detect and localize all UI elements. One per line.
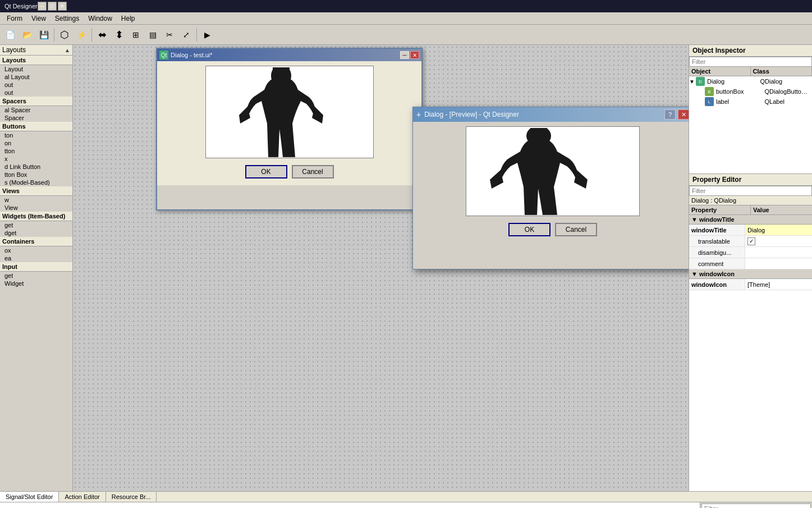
widget-vout[interactable]: out — [0, 89, 72, 97]
preview-image — [466, 126, 640, 216]
widget-w[interactable]: w — [0, 196, 72, 204]
widget-link-button[interactable]: d Link Button — [0, 163, 72, 171]
prop-name-windowicon: windowIcon — [689, 279, 745, 290]
toolbar: 📄 📂 💾 ⬡ ⚡ ⬌ ⬍ ⊞ ▤ ✂ ⤢ ▶ — [0, 25, 812, 45]
category-input[interactable]: Input — [0, 262, 72, 272]
widget-x[interactable]: x — [0, 155, 72, 163]
widget-dget[interactable]: dget — [0, 229, 72, 237]
prop-value-windowicon[interactable]: [Theme] — [745, 279, 812, 290]
label-tree-icon: L — [705, 97, 714, 106]
widget-layout[interactable]: Layout — [0, 65, 72, 73]
toolbar-adjust-size-btn[interactable]: ⤢ — [178, 27, 194, 43]
widget-al-layout[interactable]: al Layout — [0, 73, 72, 81]
property-filter[interactable] — [689, 186, 812, 196]
prop-value-windowtitle[interactable]: Dialog — [745, 225, 812, 235]
prop-value-comment[interactable] — [745, 258, 812, 269]
widget-model-based[interactable]: s (Model-Based) — [0, 179, 72, 186]
prop-name-translatable: translatable — [689, 236, 745, 246]
design-dialog-image — [205, 66, 374, 158]
prop-row-comment[interactable]: comment — [689, 258, 812, 269]
design-dialog-titlebar[interactable]: Qt Dialog - test.ui* ─ ✕ — [157, 49, 421, 61]
category-item-widgets[interactable]: Widgets (Item-Based) — [0, 212, 72, 221]
prop-col-value: Value — [751, 205, 812, 214]
category-containers[interactable]: Containers — [0, 237, 72, 246]
dialog-close-btn[interactable]: ✕ — [410, 51, 419, 59]
toolbar-break-layout-btn[interactable]: ✂ — [162, 27, 177, 43]
widget-spacer[interactable]: Spacer — [0, 114, 72, 122]
prop-row-windowtitle[interactable]: windowTitle Dialog — [689, 225, 812, 236]
menu-bar: Form View Settings Window Help — [0, 12, 812, 25]
menu-help[interactable]: Help — [117, 13, 140, 24]
minimize-button[interactable]: ─ — [38, 2, 47, 11]
tree-row-buttonbox[interactable]: B buttonBox QDialogButtonBox — [689, 86, 812, 97]
preview-cancel-btn[interactable]: Cancel — [555, 223, 597, 236]
app-title: Qt Designer — [4, 3, 38, 10]
toolbar-save-btn[interactable]: 💾 — [36, 27, 52, 43]
widget-ox[interactable]: ox — [0, 246, 72, 254]
category-buttons[interactable]: Buttons — [0, 122, 72, 131]
toolbar-layout-form-btn[interactable]: ▤ — [145, 27, 160, 43]
dialog-tree-icon: D — [696, 77, 705, 86]
prop-value-disambig[interactable] — [745, 247, 812, 258]
toolbar-layout-grid-btn[interactable]: ⊞ — [128, 27, 144, 43]
preview-titlebar[interactable]: + Dialog - [Preview] - Qt Designer ? ✕ — [413, 107, 689, 122]
tab-action-editor[interactable]: Action Editor — [59, 492, 105, 502]
widget-al-spacer[interactable]: al Spacer — [0, 106, 72, 114]
toolbar-open-btn[interactable]: 📂 — [19, 27, 35, 43]
widget-on[interactable]: on — [0, 139, 72, 147]
resource-filter-input[interactable] — [701, 504, 811, 508]
category-views[interactable]: Views — [0, 186, 72, 196]
preview-dialog[interactable]: + Dialog - [Preview] - Qt Designer ? ✕ — [412, 107, 689, 269]
preview-ok-btn[interactable]: OK — [508, 223, 550, 236]
widget-ton[interactable]: ton — [0, 131, 72, 139]
widget-ea[interactable]: ea — [0, 254, 72, 262]
tab-signal-slot[interactable]: Signal/Slot Editor — [0, 492, 59, 502]
toolbar-edit-signals-btn[interactable]: ⚡ — [74, 27, 89, 43]
prop-section-windowtitle[interactable]: ▼ windowTitle — [689, 215, 812, 225]
toolbar-layout-h-btn[interactable]: ⬌ — [94, 27, 110, 43]
category-spacers[interactable]: Spacers — [0, 97, 72, 106]
maximize-button[interactable]: □ — [48, 2, 57, 11]
buttonbox-tree-icon: B — [705, 87, 714, 96]
prop-row-disambig[interactable]: disambigu... — [689, 247, 812, 258]
design-dialog[interactable]: Qt Dialog - test.ui* ─ ✕ — [156, 48, 423, 210]
prop-value-translatable[interactable]: ✓ — [745, 236, 812, 246]
widget-get[interactable]: get — [0, 221, 72, 229]
menu-window[interactable]: Window — [84, 13, 117, 24]
toolbar-preview-btn[interactable]: ▶ — [199, 27, 215, 43]
prop-row-translatable[interactable]: translatable ✓ — [689, 236, 812, 247]
menu-settings[interactable]: Settings — [51, 13, 84, 24]
right-panel: Object Inspector Object Class ▼ D Dialog… — [689, 45, 812, 491]
tree-row-dialog[interactable]: ▼ D Dialog QDialog — [689, 76, 812, 86]
design-ok-btn[interactable]: OK — [245, 165, 287, 179]
preview-close-btn[interactable]: ✕ — [678, 109, 689, 120]
widget-box: Layouts ▲ Layouts Layout al Layout out o… — [0, 45, 73, 491]
close-button[interactable]: ✕ — [58, 2, 67, 11]
widget-tton[interactable]: tton — [0, 147, 72, 155]
category-layouts[interactable]: Layouts — [0, 56, 72, 65]
toolbar-layout-v-btn[interactable]: ⬍ — [111, 27, 127, 43]
object-inspector-filter[interactable] — [689, 57, 812, 67]
toolbar-new-btn[interactable]: 📄 — [2, 27, 18, 43]
toolbar-edit-widgets-btn[interactable]: ⬡ — [57, 27, 72, 43]
scroll-up-btn[interactable]: ▲ — [65, 47, 70, 53]
prop-col-property: Property — [689, 205, 751, 214]
expand-dialog[interactable]: ▼ — [689, 79, 696, 85]
tree-row-label[interactable]: L label QLabel — [689, 97, 812, 107]
prop-section-windowicon[interactable]: ▼ windowIcon — [689, 269, 812, 279]
widget-input-widget[interactable]: Widget — [0, 280, 72, 287]
widget-button-box[interactable]: tton Box — [0, 171, 72, 179]
tab-resource-browser[interactable]: Resource Br... — [106, 492, 157, 502]
menu-form[interactable]: Form — [2, 13, 27, 24]
dialog-minimize-btn[interactable]: ─ — [400, 51, 409, 59]
widget-hout[interactable]: out — [0, 81, 72, 89]
preview-help-btn[interactable]: ? — [664, 109, 676, 120]
dialog-class-name: QDialog — [759, 77, 813, 85]
prop-row-windowicon[interactable]: windowIcon [Theme] — [689, 279, 812, 290]
translatable-checkbox[interactable]: ✓ — [747, 237, 755, 245]
preview-icon: + — [416, 110, 421, 119]
menu-view[interactable]: View — [27, 13, 51, 24]
widget-view[interactable]: View — [0, 204, 72, 212]
design-cancel-btn[interactable]: Cancel — [292, 165, 334, 179]
widget-input-get[interactable]: get — [0, 272, 72, 280]
